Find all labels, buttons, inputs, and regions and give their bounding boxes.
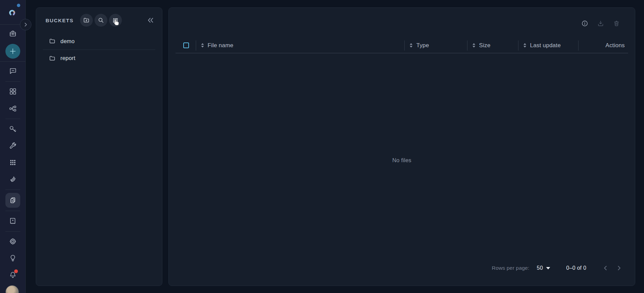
pagination-bar: Rows per page: 50 0–0 of 0 <box>492 261 623 275</box>
sidebar-item-ideas[interactable] <box>9 254 17 262</box>
sidebar-item-labels[interactable] <box>9 175 17 183</box>
caret-down-icon <box>546 267 550 269</box>
sidebar-item-chat[interactable] <box>9 67 17 75</box>
settings-gear-icon <box>9 237 17 245</box>
sidebar-item-apps[interactable] <box>9 158 17 167</box>
sidebar-item-settings[interactable] <box>9 237 17 245</box>
lightbulb-icon <box>9 254 17 262</box>
column-label: Type <box>416 42 429 49</box>
layers-icon <box>9 175 17 183</box>
notification-badge <box>14 269 18 273</box>
sort-icon <box>524 43 526 48</box>
table-header-checkbox-cell <box>176 38 196 53</box>
rows-per-page-label: Rows per page: <box>492 265 529 271</box>
sort-icon <box>473 43 475 48</box>
create-bucket-button[interactable] <box>80 14 93 27</box>
sidebar-item-keys[interactable] <box>9 125 17 133</box>
sidebar-item-notifications[interactable] <box>9 271 17 279</box>
buckets-panel-header: BUCKETS <box>36 8 162 33</box>
key-icon <box>9 125 17 133</box>
folder-icon <box>49 55 56 62</box>
sidebar-divider <box>5 211 20 211</box>
next-page-button[interactable] <box>615 264 623 272</box>
chat-icon <box>9 67 17 75</box>
empty-table-message: No files <box>176 157 628 164</box>
column-label: Size <box>479 42 490 49</box>
info-icon <box>581 20 588 27</box>
apps-grid-icon <box>9 158 17 167</box>
sidebar-item-workflows[interactable] <box>9 105 17 113</box>
column-header-last-update[interactable]: Last update <box>518 38 578 53</box>
wrench-icon <box>9 142 17 150</box>
info-button[interactable] <box>581 20 588 27</box>
files-toolbar <box>581 8 635 39</box>
sidebar-divider <box>5 231 20 232</box>
search-icon <box>98 17 104 24</box>
pagination-range: 0–0 of 0 <box>566 265 586 271</box>
notebook-icon <box>9 217 17 225</box>
bucket-item-demo[interactable]: demo <box>43 33 155 50</box>
bucket-item-report[interactable]: report <box>43 50 155 66</box>
workflow-icon <box>9 105 17 113</box>
sidebar-divider <box>5 81 20 82</box>
sidebar <box>0 0 26 293</box>
logo-status-dot <box>17 4 20 7</box>
download-button[interactable] <box>597 20 604 27</box>
sidebar-divider <box>5 119 20 119</box>
search-buckets-button[interactable] <box>95 14 107 27</box>
documents-icon <box>9 196 17 204</box>
sidebar-expand-button[interactable] <box>20 19 31 30</box>
bucket-details-button[interactable] <box>109 14 122 27</box>
column-header-type[interactable]: Type <box>404 38 467 53</box>
column-header-size[interactable]: Size <box>467 38 518 53</box>
user-avatar[interactable] <box>5 285 19 293</box>
previous-page-button[interactable] <box>602 264 609 272</box>
briefcase-icon <box>9 30 17 38</box>
column-header-file-name[interactable]: File name <box>196 38 405 53</box>
sort-icon <box>410 43 412 48</box>
chevron-right-icon <box>615 264 623 272</box>
sort-icon <box>201 43 204 48</box>
bucket-name: report <box>60 55 75 61</box>
bucket-list: demo report <box>36 33 162 66</box>
create-folder-icon <box>83 17 90 24</box>
buckets-panel: BUCKETS <box>36 7 162 286</box>
sidebar-item-buckets-active[interactable] <box>5 193 20 208</box>
sidebar-divider <box>5 189 20 190</box>
column-label: File name <box>208 42 233 49</box>
sidebar-item-workspace[interactable] <box>9 30 17 38</box>
logo-icon <box>8 9 16 17</box>
trash-icon <box>613 20 620 27</box>
add-button[interactable] <box>5 44 20 59</box>
rows-per-page-select[interactable]: 50 <box>537 265 550 271</box>
sidebar-item-tools[interactable] <box>9 142 17 150</box>
folder-icon <box>49 38 56 45</box>
column-label: Last update <box>530 42 561 49</box>
double-chevron-left-icon <box>146 16 155 24</box>
dashboard-icon <box>9 87 17 95</box>
plus-icon <box>9 48 17 55</box>
delete-button[interactable] <box>613 20 620 27</box>
buckets-panel-title: BUCKETS <box>46 18 74 23</box>
select-all-checkbox[interactable] <box>183 42 189 48</box>
download-icon <box>597 20 604 27</box>
files-panel: File name Type Size Last update Actions … <box>168 7 635 286</box>
list-details-icon <box>112 17 119 24</box>
column-header-actions: Actions <box>578 38 628 53</box>
sidebar-divider <box>0 61 26 62</box>
table-header-row: File name Type Size Last update Actions <box>176 38 628 53</box>
bucket-name: demo <box>60 38 75 45</box>
rows-per-page-value: 50 <box>537 265 543 271</box>
app-logo[interactable] <box>4 5 20 21</box>
column-label: Actions <box>606 42 625 49</box>
chevron-left-icon <box>602 264 609 272</box>
collapse-panel-button[interactable] <box>146 16 155 24</box>
sidebar-item-notebook[interactable] <box>9 217 17 225</box>
chevron-right-icon <box>23 22 28 27</box>
sidebar-item-dashboard[interactable] <box>9 87 17 95</box>
